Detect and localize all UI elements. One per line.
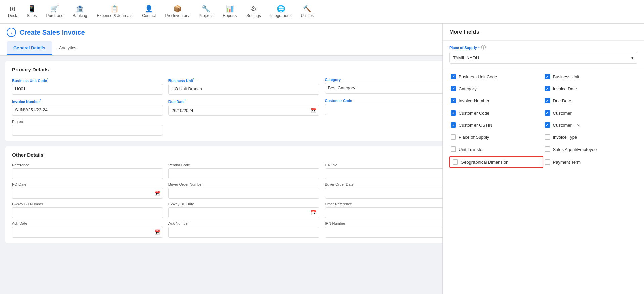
checkbox-place-of-supply[interactable]: Place of Supply <box>449 131 543 143</box>
cb-invoice-date[interactable] <box>545 86 550 91</box>
cb-sales-agent[interactable] <box>545 146 550 152</box>
chevron-down-icon: ▾ <box>631 55 634 60</box>
cb-business-unit[interactable] <box>545 74 550 79</box>
side-panel-title: More Fields <box>443 24 644 41</box>
back-button[interactable]: ‹ <box>7 28 16 37</box>
nav-pro-inventory[interactable]: 📦 Pro Inventory <box>161 3 194 21</box>
contact-icon: 👤 <box>145 5 153 12</box>
cb-unit-transfer[interactable] <box>451 146 456 152</box>
nav-reports[interactable]: 📊 Reports <box>218 3 241 21</box>
checkbox-sales-agent[interactable]: Sales Agent/Employee <box>543 143 638 155</box>
due-date-calendar-icon[interactable]: 📅 <box>311 108 316 113</box>
field-value-eway-bill-number[interactable] <box>12 207 163 218</box>
field-value-eway-bill-date[interactable]: 📅 <box>168 207 319 218</box>
nav-settings[interactable]: ⚙ Settings <box>241 3 265 21</box>
checkbox-customer-gstin[interactable]: Customer GSTIN <box>449 119 543 131</box>
nav-sales-label: Sales <box>27 13 37 18</box>
pro-inventory-icon: 📦 <box>173 5 182 12</box>
field-eway-bill-date: E-Way Bill Date 📅 <box>168 202 319 218</box>
checkbox-customer-tin[interactable]: Customer TIN <box>543 119 638 131</box>
checkbox-invoice-type[interactable]: Invoice Type <box>543 131 638 143</box>
cb-business-unit-code[interactable] <box>451 74 456 79</box>
field-label-business-unit: Business Unit* <box>168 78 319 83</box>
checkbox-due-date[interactable]: Due Date <box>543 95 638 107</box>
checkbox-business-unit[interactable]: Business Unit <box>543 71 638 83</box>
field-project: Project <box>12 120 163 136</box>
field-buyer-order-number: Buyer Order Number <box>168 182 319 199</box>
cb-label-sales-agent: Sales Agent/Employee <box>553 147 597 152</box>
cb-label-category: Category <box>459 86 477 91</box>
nav-expense-label: Expense & Journals <box>97 13 132 18</box>
cb-customer-gstin[interactable] <box>451 122 456 128</box>
po-date-calendar-icon[interactable]: 📅 <box>154 191 160 196</box>
checkbox-customer[interactable]: Customer <box>543 107 638 119</box>
integrations-icon: 🌐 <box>277 5 285 12</box>
checkbox-category[interactable]: Category <box>449 83 543 95</box>
field-label-reference: Reference <box>12 163 163 167</box>
field-value-project[interactable] <box>12 125 163 136</box>
place-of-supply-section: Place of Supply* ⓘ TAMIL NADU ▾ <box>443 41 644 68</box>
tab-general-details[interactable]: General Details <box>7 41 52 55</box>
nav-projects[interactable]: 🔧 Projects <box>194 3 218 21</box>
field-ack-date: Ack Date 📅 <box>12 221 163 238</box>
cb-invoice-number[interactable] <box>451 98 456 103</box>
field-value-reference[interactable] <box>12 168 163 179</box>
checkbox-business-unit-code[interactable]: Business Unit Code <box>449 71 543 83</box>
cb-customer-code[interactable] <box>451 110 456 116</box>
cb-category[interactable] <box>451 86 456 91</box>
cb-label-customer-code: Customer Code <box>459 111 489 116</box>
cb-label-unit-transfer: Unit Transfer <box>459 147 484 152</box>
field-label-po-date: PO Date <box>12 182 163 186</box>
nav-purchase[interactable]: 🛒 Purchase <box>41 3 68 21</box>
field-due-date: Due Date* 26/10/2024 📅 <box>168 99 319 116</box>
cb-place-of-supply[interactable] <box>451 134 456 140</box>
cb-label-place-of-supply: Place of Supply <box>459 135 489 140</box>
nav-banking[interactable]: 🏦 Banking <box>68 3 92 21</box>
cb-invoice-type[interactable] <box>545 134 550 140</box>
nav-desk[interactable]: ⊞ Desk <box>3 3 22 21</box>
cb-customer[interactable] <box>545 110 550 116</box>
checkbox-unit-transfer[interactable]: Unit Transfer <box>449 143 543 155</box>
cb-geographical-dimension[interactable] <box>453 159 458 165</box>
page-title: Create Sales Invoice <box>20 29 85 36</box>
main-content: ‹ Create Sales Invoice General Details A… <box>0 24 644 294</box>
field-vendor-code: Vendor Code <box>168 163 319 179</box>
nav-sales[interactable]: 📱 Sales <box>22 3 41 21</box>
cb-payment-term[interactable] <box>545 159 550 165</box>
tab-analytics[interactable]: Analytics <box>52 41 83 55</box>
field-value-po-date[interactable]: 📅 <box>12 188 163 199</box>
field-label-business-unit-code: Business Unit Code* <box>12 78 163 83</box>
checkbox-geographical-dimension[interactable]: Geographical Dimension <box>449 156 543 168</box>
field-value-buyer-order-number[interactable] <box>168 188 319 199</box>
checkbox-payment-term[interactable]: Payment Term <box>543 155 638 169</box>
place-of-supply-select[interactable]: TAMIL NADU ▾ <box>449 52 637 64</box>
nav-banking-label: Banking <box>73 13 87 18</box>
cb-label-due-date: Due Date <box>553 98 571 103</box>
field-value-due-date[interactable]: 26/10/2024 📅 <box>168 105 319 116</box>
field-value-invoice-number[interactable]: S-INV/251/23-24 <box>12 105 163 116</box>
eway-bill-date-calendar-icon[interactable]: 📅 <box>311 210 316 215</box>
cb-customer-tin[interactable] <box>545 122 550 128</box>
checkbox-invoice-date[interactable]: Invoice Date <box>543 83 638 95</box>
nav-integrations[interactable]: 🌐 Integrations <box>266 3 296 21</box>
ack-date-calendar-icon[interactable]: 📅 <box>154 229 160 235</box>
cb-label-customer: Customer <box>553 111 572 116</box>
field-label-invoice-number: Invoice Number* <box>12 99 163 104</box>
field-value-ack-number[interactable] <box>168 227 319 238</box>
place-of-supply-value: TAMIL NADU <box>453 55 479 60</box>
field-value-business-unit[interactable]: HO Unit Branch <box>168 84 319 95</box>
checkbox-invoice-number[interactable]: Invoice Number <box>449 95 543 107</box>
cb-label-invoice-date: Invoice Date <box>553 86 577 91</box>
field-value-vendor-code[interactable] <box>168 168 319 179</box>
place-of-supply-info-icon[interactable]: ⓘ <box>481 45 486 51</box>
field-value-ack-date[interactable]: 📅 <box>12 227 163 238</box>
nav-utilities[interactable]: 🔨 Utilities <box>296 3 318 21</box>
field-label-project: Project <box>12 120 163 124</box>
field-label-ack-date: Ack Date <box>12 221 163 225</box>
nav-contact[interactable]: 👤 Contact <box>137 3 160 21</box>
nav-expense[interactable]: 📋 Expense & Journals <box>92 3 137 21</box>
field-value-business-unit-code[interactable]: H001 <box>12 84 163 95</box>
top-nav: ⊞ Desk 📱 Sales 🛒 Purchase 🏦 Banking 📋 Ex… <box>0 0 644 24</box>
cb-due-date[interactable] <box>545 98 550 103</box>
checkbox-customer-code[interactable]: Customer Code <box>449 107 543 119</box>
